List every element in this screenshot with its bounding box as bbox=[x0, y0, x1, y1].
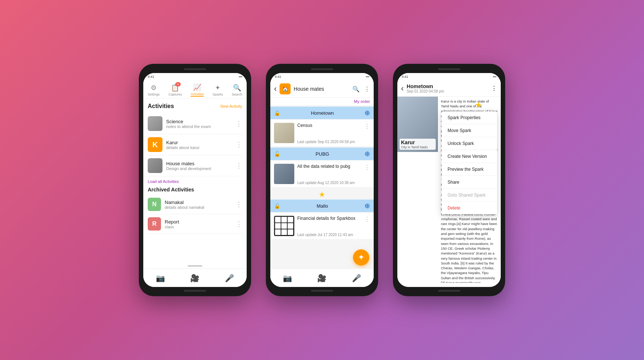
phone2-bottom-bar: 📷 🎥 🎤 bbox=[270, 269, 374, 287]
science-desc: notes to attend the exam bbox=[166, 124, 236, 129]
spark-card-financial[interactable]: Financial details for Sparkbox ⋮ Last up… bbox=[270, 213, 374, 239]
housemates-name: House mates bbox=[166, 161, 236, 166]
phone3-back-button[interactable]: ‹ bbox=[401, 84, 404, 93]
pubg-more-icon[interactable]: ⋮ bbox=[364, 164, 370, 171]
phone3-star-decoration: ★ bbox=[475, 100, 482, 110]
archived-report[interactable]: R Report class ⋮ bbox=[148, 214, 242, 234]
science-more-icon[interactable]: ⋮ bbox=[236, 120, 242, 128]
phone1-bottom-bar: 📷 🎥 🎤 bbox=[143, 269, 247, 287]
karur-more-icon[interactable]: ⋮ bbox=[236, 141, 242, 149]
report-info: Report class bbox=[165, 219, 236, 229]
karur-city-sub: City in Tamil Nadu bbox=[401, 145, 434, 149]
menu-create-version[interactable]: Create New Version bbox=[442, 150, 497, 163]
phone3-title-text: Hometown bbox=[407, 83, 488, 89]
phone2-fab-button[interactable]: ✦ bbox=[353, 249, 369, 266]
scroll-indicator bbox=[188, 265, 202, 267]
video-icon-2[interactable]: 🎥 bbox=[317, 274, 326, 283]
census-date: Last update Sep 01 2020 04:58 pm bbox=[297, 140, 355, 144]
spark-section-hometown: 🔒 Hometown ⊕ Census ⋮ Last update Sep 01… bbox=[270, 107, 374, 146]
activity-housemates[interactable]: House mates Design and development ⋮ bbox=[148, 155, 242, 176]
camera-icon-2[interactable]: 📷 bbox=[283, 274, 292, 283]
phone-2-screen: 9:41 ▪▪▪ ‹ 🏠 House mates 🔍 ⋮ My order bbox=[270, 73, 374, 287]
load-all-button[interactable]: Load all Activities bbox=[148, 179, 242, 184]
hometown-lock-icon: 🔒 bbox=[274, 110, 280, 116]
financial-more-icon[interactable]: ⋮ bbox=[364, 216, 370, 223]
my-order-label: My order bbox=[270, 98, 374, 105]
phone3-header: ‹ Hometown Sep 01 2020 04:58 pm ⋮ bbox=[397, 80, 501, 97]
report-more-icon[interactable]: ⋮ bbox=[236, 220, 242, 228]
pubg-section-name: PUBG bbox=[316, 151, 329, 157]
phone3-content: ★ Karur City in Tamil Nadu Karur is a ci… bbox=[397, 97, 501, 283]
archived-title: Archived Activities bbox=[148, 187, 242, 193]
nav-sparks[interactable]: ✦ Sparks bbox=[213, 84, 223, 96]
hometown-section-header: 🔒 Hometown ⊕ bbox=[270, 107, 374, 119]
phone-3-screen: 9:41 ▪▪▪ ‹ Hometown Sep 01 2020 04:58 pm… bbox=[397, 73, 501, 287]
science-name: Science bbox=[166, 119, 236, 124]
mallo-star-icon: ★ bbox=[319, 190, 325, 198]
phone3-menu-icon[interactable]: ⋮ bbox=[491, 85, 497, 92]
mallo-star-badge: ★ bbox=[270, 188, 374, 200]
census-more-icon[interactable]: ⋮ bbox=[364, 123, 370, 130]
karur-thumb: K bbox=[148, 137, 162, 152]
menu-unlock-spark[interactable]: Unlock Spark bbox=[442, 137, 497, 150]
search-icon-2[interactable]: 🔍 bbox=[352, 86, 360, 93]
activity-karur[interactable]: K Karur details about karur ⋮ bbox=[148, 134, 242, 155]
karur-desc: details about karur bbox=[166, 145, 236, 150]
spark-section-pubg: 🔓 PUBG ⊕ All the data related to pubg ⋮ … bbox=[270, 148, 374, 187]
captures-badge: 31 bbox=[175, 82, 181, 86]
science-thumb bbox=[148, 116, 162, 131]
housemates-more-icon[interactable]: ⋮ bbox=[236, 162, 242, 170]
signal-3: ▪▪▪ bbox=[493, 75, 496, 79]
pubg-thumb bbox=[274, 164, 294, 184]
phone2-back-button[interactable]: ‹ bbox=[274, 84, 277, 94]
more-icon-2[interactable]: ⋮ bbox=[364, 86, 370, 93]
menu-delete[interactable]: Delete bbox=[442, 202, 497, 214]
pubg-add-button[interactable]: ⊕ bbox=[364, 150, 370, 158]
phone2-group-avatar: 🏠 bbox=[280, 83, 291, 94]
spark-card-pubg[interactable]: All the data related to pubg ⋮ Last upda… bbox=[270, 161, 374, 187]
video-icon[interactable]: 🎥 bbox=[190, 274, 199, 283]
report-desc: class bbox=[165, 225, 236, 229]
nav-activities[interactable]: 📈 Activities bbox=[191, 83, 204, 97]
settings-icon: ⚙ bbox=[151, 84, 157, 92]
status-bar-2: 9:41 ▪▪▪ bbox=[270, 73, 374, 80]
activities-header: Activities New Activity bbox=[148, 103, 242, 110]
phone2-group-name: House mates bbox=[294, 86, 349, 92]
time-1: 9:41 bbox=[148, 75, 154, 79]
census-thumb-bg bbox=[274, 123, 294, 143]
pubg-title: All the data related to pubg bbox=[297, 164, 361, 169]
camera-icon[interactable]: 📷 bbox=[156, 274, 165, 283]
activities-icon: 📈 bbox=[193, 83, 201, 91]
financial-date: Last update Jul 17 2020 11:43 am bbox=[297, 233, 353, 237]
housemates-thumb-bg bbox=[148, 158, 162, 173]
menu-preview-spark[interactable]: Preview the Spark bbox=[442, 163, 497, 176]
new-activity-button[interactable]: New Activity bbox=[220, 104, 242, 108]
nav-settings[interactable]: ⚙ Settings bbox=[148, 84, 160, 96]
menu-move-spark[interactable]: Move Spark bbox=[442, 124, 497, 137]
mic-icon[interactable]: 🎤 bbox=[225, 274, 234, 283]
science-thumb-bg bbox=[148, 116, 162, 131]
mallo-section-name: Mallo bbox=[316, 203, 328, 209]
phone2-header: ‹ 🏠 House mates 🔍 ⋮ bbox=[270, 80, 374, 98]
mic-icon-2[interactable]: 🎤 bbox=[352, 274, 361, 283]
phone-1: 9:41 ▪▪▪ ⚙ Settings 📋 31 Captures 📈 bbox=[139, 64, 251, 296]
pubg-info: All the data related to pubg bbox=[297, 164, 361, 170]
mallo-add-button[interactable]: ⊕ bbox=[364, 202, 370, 210]
phones-container: 9:41 ▪▪▪ ⚙ Settings 📋 31 Captures 📈 bbox=[139, 64, 505, 296]
archived-namakal[interactable]: N Namakal details about namakal ⋮ bbox=[148, 195, 242, 214]
spark-card-census[interactable]: Census ⋮ Last update Sep 01 2020 04:58 p… bbox=[270, 120, 374, 146]
hometown-add-button[interactable]: ⊕ bbox=[364, 109, 370, 117]
namakal-more-icon[interactable]: ⋮ bbox=[236, 200, 242, 208]
menu-spark-properties[interactable]: Spark Properties bbox=[442, 111, 497, 124]
karur-image: Karur City in Tamil Nadu bbox=[397, 97, 438, 152]
census-thumb bbox=[274, 123, 294, 143]
nav-captures[interactable]: 📋 31 Captures bbox=[168, 84, 182, 96]
menu-share[interactable]: Share bbox=[442, 176, 497, 189]
context-menu: Spark Properties Move Spark Unlock Spark… bbox=[442, 111, 497, 214]
signal-1: ▪▪▪ bbox=[239, 75, 242, 79]
activity-science[interactable]: Science notes to attend the exam ⋮ bbox=[148, 113, 242, 134]
phone3-title-block: Hometown Sep 01 2020 04:58 pm bbox=[407, 83, 488, 93]
signal-2: ▪▪▪ bbox=[366, 75, 369, 79]
hometown-section-name: Hometown bbox=[311, 110, 334, 116]
nav-search[interactable]: 🔍 Search bbox=[232, 84, 243, 96]
